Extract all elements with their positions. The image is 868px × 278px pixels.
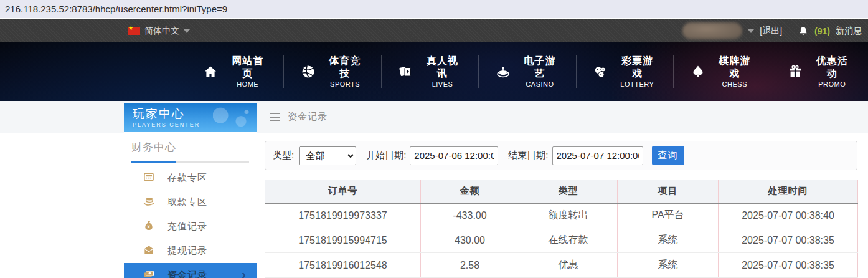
column-header: 处理时间 <box>719 180 858 203</box>
nav-label-en: HOME <box>227 80 268 89</box>
table-cell: 2025-07-07 00:38:40 <box>719 203 858 228</box>
nav-label-zh: 网站首页 <box>227 55 268 80</box>
start-date-input[interactable] <box>410 146 498 165</box>
spade-icon <box>689 64 706 79</box>
table-cell: 2025-07-07 00:38:35 <box>719 253 858 278</box>
table-cell: 在线存款 <box>519 228 618 253</box>
home-icon <box>202 64 219 79</box>
page-url: 216.118.235.52:8783/hhcp/usercenter.html… <box>5 4 227 14</box>
sidebar-item-4[interactable]: 提现记录› <box>124 239 257 263</box>
sidebar-item-3[interactable]: ¥充值记录› <box>124 214 257 239</box>
funds-record-table: 订单号金额类型项目处理时间 1751819919973337-433.00额度转… <box>265 180 858 278</box>
top-utility-bar: 简体中文 [退出] (91) 新消息 <box>0 19 868 42</box>
nav-label-en: CHESS <box>714 80 755 89</box>
nav-item-home[interactable]: 网站首页HOME <box>187 55 284 88</box>
type-select[interactable]: 全部 <box>299 146 356 165</box>
filter-panel: 类型: 全部 开始日期: 结束日期: 查询 <box>265 141 857 170</box>
roulette-icon <box>494 64 511 79</box>
sidebar-section-finance: 财务中心 <box>124 132 257 166</box>
sidebar-item-label: 充值记录 <box>167 221 207 232</box>
nav-label-en: LOTTERY <box>617 80 658 89</box>
lottery-balls-icon <box>592 64 609 79</box>
china-flag-icon <box>128 27 140 35</box>
nav-label-zh: 优惠活动 <box>811 55 852 80</box>
sidebar-header: 玩家中心 PLAYERS CENTER <box>124 103 257 132</box>
table-cell: 系统 <box>618 253 719 278</box>
message-count-badge[interactable]: (91) <box>814 26 830 36</box>
gift-icon <box>787 64 804 79</box>
table-cell: PA平台 <box>618 203 719 228</box>
language-label: 简体中文 <box>144 26 179 37</box>
sidebar-item-label: 提现记录 <box>167 245 207 257</box>
nav-label-en: CASINO <box>519 80 560 89</box>
new-messages-link[interactable]: 新消息 <box>836 26 862 37</box>
end-date-input[interactable] <box>552 146 643 165</box>
nav-label-en: LIVES <box>422 80 463 89</box>
table-cell: 系统 <box>618 228 719 253</box>
sidebar-item-label: 取款专区 <box>167 196 207 208</box>
main-navigation: 网站首页HOME体育竞技SPORTS真人视讯LIVES电子游艺CASINO彩票游… <box>0 42 868 101</box>
nav-item-sports[interactable]: 体育竞技SPORTS <box>284 55 381 88</box>
content-area: 玩家中心 PLAYERS CENTER 财务中心 存款专区›取款专区›¥充值记录… <box>0 101 868 278</box>
nav-label-en: PROMO <box>811 80 852 89</box>
nav-item-promo[interactable]: 优惠活动PROMO <box>771 55 868 88</box>
basketball-icon <box>300 64 316 79</box>
breadcrumb-label: 资金记录 <box>288 111 328 123</box>
table-cell: 1751819916012548 <box>265 253 421 278</box>
player-center-sidebar: 玩家中心 PLAYERS CENTER 财务中心 存款专区›取款专区›¥充值记录… <box>124 103 257 278</box>
search-button[interactable]: 查询 <box>652 146 684 165</box>
withdraw-hand-icon <box>143 195 155 209</box>
sidebar-item-2[interactable]: 取款专区› <box>124 190 257 214</box>
nav-item-chess[interactable]: 棋牌游戏CHESS <box>674 55 771 88</box>
funds-record-panel: 资金记录 类型: 全部 开始日期: 结束日期: 查询 订单号金额类型项目处理时间… <box>265 101 857 278</box>
chevron-down-icon[interactable] <box>748 29 754 33</box>
sidebar-item-5[interactable]: 资金记录› <box>124 263 257 278</box>
table-cell: 2025-07-07 00:38:35 <box>719 228 858 253</box>
column-header: 类型 <box>519 180 618 203</box>
column-header: 项目 <box>618 180 719 203</box>
bell-icon[interactable] <box>798 26 809 37</box>
logout-button[interactable]: [退出] <box>760 26 782 37</box>
nav-label-zh: 体育竞技 <box>324 55 365 80</box>
nav-item-casino[interactable]: 电子游艺CASINO <box>479 55 576 88</box>
nav-item-lottery[interactable]: 彩票游戏LOTTERY <box>577 55 674 88</box>
language-selector[interactable]: 简体中文 <box>128 26 190 37</box>
sidebar-item-label: 资金记录 <box>167 269 207 278</box>
chevron-down-icon <box>184 29 190 33</box>
section-label: 财务中心 <box>131 140 249 155</box>
end-date-label: 结束日期: <box>508 150 548 161</box>
nav-label-en: SPORTS <box>324 80 365 89</box>
username-redacted[interactable] <box>682 22 742 39</box>
table-row: 1751819915994715430.00在线存款系统2025-07-07 0… <box>265 228 858 253</box>
table-cell: 优惠 <box>519 253 618 278</box>
money-bag-icon: ¥ <box>143 219 155 234</box>
table-header-row: 订单号金额类型项目处理时间 <box>265 180 858 203</box>
divider <box>790 26 790 36</box>
sidebar-title: 玩家中心 <box>133 107 257 122</box>
table-cell: 2.58 <box>421 253 519 278</box>
nav-label-zh: 彩票游戏 <box>617 55 658 80</box>
table-cell: 额度转出 <box>519 203 618 228</box>
nav-label-zh: 棋牌游戏 <box>714 55 755 80</box>
svg-text:¥: ¥ <box>148 224 151 229</box>
nav-item-lives[interactable]: 真人视讯LIVES <box>382 55 479 88</box>
type-label: 类型: <box>273 150 294 161</box>
nav-label-zh: 真人视讯 <box>422 55 463 80</box>
menu-icon <box>270 113 280 121</box>
deposit-card-icon <box>143 171 155 185</box>
table-cell: 430.00 <box>421 228 519 253</box>
chevron-right-icon: › <box>242 267 247 278</box>
banknotes-icon <box>143 268 155 278</box>
nav-label-zh: 电子游艺 <box>519 55 560 80</box>
table-row: 1751819919973337-433.00额度转出PA平台2025-07-0… <box>265 203 858 228</box>
sidebar-item-label: 存款专区 <box>167 172 207 184</box>
browser-address-bar[interactable]: 216.118.235.52:8783/hhcp/usercenter.html… <box>0 0 868 19</box>
column-header: 金额 <box>421 180 519 203</box>
playing-cards-icon <box>397 64 414 79</box>
section-underline <box>131 161 249 163</box>
envelope-icon <box>143 244 155 258</box>
table-cell: 1751819915994715 <box>265 228 421 253</box>
sidebar-item-1[interactable]: 存款专区› <box>124 166 257 190</box>
sidebar-subtitle: PLAYERS CENTER <box>133 122 257 128</box>
breadcrumb: 资金记录 <box>265 101 857 133</box>
